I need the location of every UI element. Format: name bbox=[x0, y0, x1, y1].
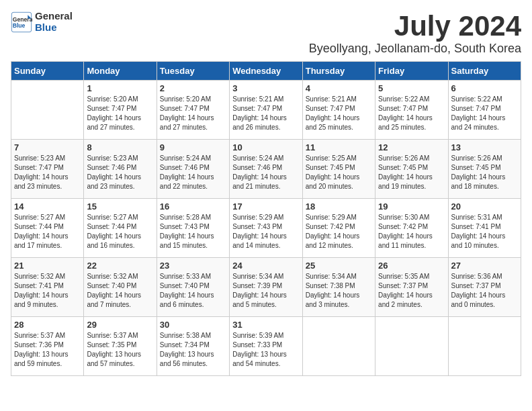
calendar-cell: 5Sunrise: 5:22 AMSunset: 7:47 PMDaylight… bbox=[375, 81, 448, 140]
svg-text:Blue: Blue bbox=[13, 22, 26, 29]
day-number: 10 bbox=[232, 142, 299, 152]
day-info: Sunrise: 5:22 AMSunset: 7:47 PMDaylight:… bbox=[378, 95, 445, 132]
logo-text-block: General Blue bbox=[35, 11, 73, 33]
day-info: Sunrise: 5:33 AMSunset: 7:40 PMDaylight:… bbox=[160, 272, 226, 310]
day-info: Sunrise: 5:23 AMSunset: 7:46 PMDaylight:… bbox=[87, 154, 153, 191]
day-info: Sunrise: 5:27 AMSunset: 7:44 PMDaylight:… bbox=[14, 213, 81, 250]
calendar-cell: 29Sunrise: 5:37 AMSunset: 7:35 PMDayligh… bbox=[84, 317, 157, 376]
day-info: Sunrise: 5:26 AMSunset: 7:45 PMDaylight:… bbox=[378, 154, 445, 191]
calendar-cell: 14Sunrise: 5:27 AMSunset: 7:44 PMDayligh… bbox=[11, 199, 84, 258]
day-info: Sunrise: 5:30 AMSunset: 7:42 PMDaylight:… bbox=[378, 213, 445, 250]
day-of-week-header: Friday bbox=[375, 62, 448, 81]
calendar-cell: 8Sunrise: 5:23 AMSunset: 7:46 PMDaylight… bbox=[84, 140, 157, 199]
day-number: 31 bbox=[232, 320, 299, 330]
calendar-table: SundayMondayTuesdayWednesdayThursdayFrid… bbox=[11, 61, 521, 376]
day-number: 2 bbox=[160, 83, 226, 93]
calendar-cell: 1Sunrise: 5:20 AMSunset: 7:47 PMDaylight… bbox=[84, 81, 157, 140]
day-number: 24 bbox=[232, 261, 299, 271]
day-info: Sunrise: 5:24 AMSunset: 7:46 PMDaylight:… bbox=[160, 154, 226, 191]
day-of-week-header: Wednesday bbox=[230, 62, 302, 81]
day-info: Sunrise: 5:20 AMSunset: 7:47 PMDaylight:… bbox=[87, 95, 153, 132]
calendar-cell: 20Sunrise: 5:31 AMSunset: 7:41 PMDayligh… bbox=[448, 199, 521, 258]
day-number: 18 bbox=[306, 201, 372, 212]
day-number: 17 bbox=[232, 201, 299, 212]
day-info: Sunrise: 5:38 AMSunset: 7:34 PMDaylight:… bbox=[160, 331, 226, 369]
calendar-cell: 23Sunrise: 5:33 AMSunset: 7:40 PMDayligh… bbox=[157, 258, 229, 317]
calendar-cell: 4Sunrise: 5:21 AMSunset: 7:47 PMDaylight… bbox=[302, 81, 375, 140]
day-info: Sunrise: 5:28 AMSunset: 7:43 PMDaylight:… bbox=[160, 213, 226, 250]
calendar-cell: 12Sunrise: 5:26 AMSunset: 7:45 PMDayligh… bbox=[375, 140, 448, 199]
calendar-cell: 2Sunrise: 5:20 AMSunset: 7:47 PMDaylight… bbox=[157, 81, 229, 140]
day-number: 15 bbox=[87, 201, 153, 212]
day-number: 13 bbox=[451, 142, 518, 152]
day-info: Sunrise: 5:34 AMSunset: 7:39 PMDaylight:… bbox=[232, 272, 299, 310]
day-number: 6 bbox=[451, 83, 518, 93]
day-info: Sunrise: 5:20 AMSunset: 7:47 PMDaylight:… bbox=[160, 95, 226, 132]
logo-general: General bbox=[35, 11, 73, 22]
calendar-cell: 3Sunrise: 5:21 AMSunset: 7:47 PMDaylight… bbox=[230, 81, 302, 140]
day-info: Sunrise: 5:32 AMSunset: 7:41 PMDaylight:… bbox=[14, 272, 81, 310]
calendar-cell: 24Sunrise: 5:34 AMSunset: 7:39 PMDayligh… bbox=[230, 258, 302, 317]
day-info: Sunrise: 5:24 AMSunset: 7:46 PMDaylight:… bbox=[232, 154, 299, 191]
day-number: 20 bbox=[451, 201, 518, 212]
day-info: Sunrise: 5:39 AMSunset: 7:33 PMDaylight:… bbox=[232, 331, 299, 369]
day-number: 11 bbox=[306, 142, 372, 152]
day-number: 21 bbox=[14, 261, 81, 271]
calendar-cell bbox=[302, 317, 375, 376]
calendar-cell: 17Sunrise: 5:29 AMSunset: 7:43 PMDayligh… bbox=[230, 199, 302, 258]
day-of-week-header: Monday bbox=[84, 62, 157, 81]
week-row: 7Sunrise: 5:23 AMSunset: 7:47 PMDaylight… bbox=[11, 140, 521, 199]
day-info: Sunrise: 5:37 AMSunset: 7:35 PMDaylight:… bbox=[87, 331, 153, 369]
calendar-cell: 21Sunrise: 5:32 AMSunset: 7:41 PMDayligh… bbox=[11, 258, 84, 317]
day-number: 1 bbox=[87, 83, 153, 93]
calendar-cell: 19Sunrise: 5:30 AMSunset: 7:42 PMDayligh… bbox=[375, 199, 448, 258]
day-number: 27 bbox=[451, 261, 518, 271]
day-info: Sunrise: 5:25 AMSunset: 7:45 PMDaylight:… bbox=[306, 154, 372, 191]
calendar-cell: 30Sunrise: 5:38 AMSunset: 7:34 PMDayligh… bbox=[157, 317, 229, 376]
day-info: Sunrise: 5:35 AMSunset: 7:37 PMDaylight:… bbox=[378, 272, 445, 310]
day-number: 23 bbox=[160, 261, 226, 271]
header: General Blue General Blue July 2024 Byeo… bbox=[11, 11, 521, 56]
calendar-cell: 6Sunrise: 5:22 AMSunset: 7:47 PMDaylight… bbox=[448, 81, 521, 140]
day-number: 8 bbox=[87, 142, 153, 152]
day-number: 7 bbox=[14, 142, 81, 152]
day-info: Sunrise: 5:29 AMSunset: 7:43 PMDaylight:… bbox=[232, 213, 299, 250]
day-number: 22 bbox=[87, 261, 153, 271]
day-info: Sunrise: 5:27 AMSunset: 7:44 PMDaylight:… bbox=[87, 213, 153, 250]
calendar-cell bbox=[375, 317, 448, 376]
day-number: 4 bbox=[306, 83, 372, 93]
day-number: 19 bbox=[378, 201, 445, 212]
day-info: Sunrise: 5:21 AMSunset: 7:47 PMDaylight:… bbox=[232, 95, 299, 132]
calendar-cell: 16Sunrise: 5:28 AMSunset: 7:43 PMDayligh… bbox=[157, 199, 229, 258]
day-info: Sunrise: 5:37 AMSunset: 7:36 PMDaylight:… bbox=[14, 331, 81, 369]
day-of-week-header: Saturday bbox=[448, 62, 521, 81]
calendar-cell: 31Sunrise: 5:39 AMSunset: 7:33 PMDayligh… bbox=[230, 317, 302, 376]
calendar-cell: 18Sunrise: 5:29 AMSunset: 7:42 PMDayligh… bbox=[302, 199, 375, 258]
day-of-week-header: Thursday bbox=[302, 62, 375, 81]
day-number: 14 bbox=[14, 201, 81, 212]
week-row: 28Sunrise: 5:37 AMSunset: 7:36 PMDayligh… bbox=[11, 317, 521, 376]
day-info: Sunrise: 5:23 AMSunset: 7:47 PMDaylight:… bbox=[14, 154, 81, 191]
day-number: 30 bbox=[160, 320, 226, 330]
logo-icon: General Blue bbox=[11, 11, 32, 33]
week-row: 1Sunrise: 5:20 AMSunset: 7:47 PMDaylight… bbox=[11, 81, 521, 140]
day-number: 25 bbox=[306, 261, 372, 271]
calendar-cell: 28Sunrise: 5:37 AMSunset: 7:36 PMDayligh… bbox=[11, 317, 84, 376]
day-number: 29 bbox=[87, 320, 153, 330]
day-number: 26 bbox=[378, 261, 445, 271]
day-info: Sunrise: 5:21 AMSunset: 7:47 PMDaylight:… bbox=[306, 95, 372, 132]
day-of-week-header: Sunday bbox=[11, 62, 84, 81]
calendar-cell bbox=[448, 317, 521, 376]
day-info: Sunrise: 5:31 AMSunset: 7:41 PMDaylight:… bbox=[451, 213, 518, 250]
day-info: Sunrise: 5:29 AMSunset: 7:42 PMDaylight:… bbox=[306, 213, 372, 250]
calendar-cell bbox=[11, 81, 84, 140]
calendar-cell: 27Sunrise: 5:36 AMSunset: 7:37 PMDayligh… bbox=[448, 258, 521, 317]
month-title: July 2024 bbox=[309, 11, 521, 42]
week-row: 21Sunrise: 5:32 AMSunset: 7:41 PMDayligh… bbox=[11, 258, 521, 317]
day-number: 16 bbox=[160, 201, 226, 212]
days-header-row: SundayMondayTuesdayWednesdayThursdayFrid… bbox=[11, 62, 521, 81]
day-number: 28 bbox=[14, 320, 81, 330]
calendar-cell: 13Sunrise: 5:26 AMSunset: 7:45 PMDayligh… bbox=[448, 140, 521, 199]
day-info: Sunrise: 5:26 AMSunset: 7:45 PMDaylight:… bbox=[451, 154, 518, 191]
title-area: July 2024 Byeollyang, Jeollanam-do, Sout… bbox=[309, 11, 521, 56]
